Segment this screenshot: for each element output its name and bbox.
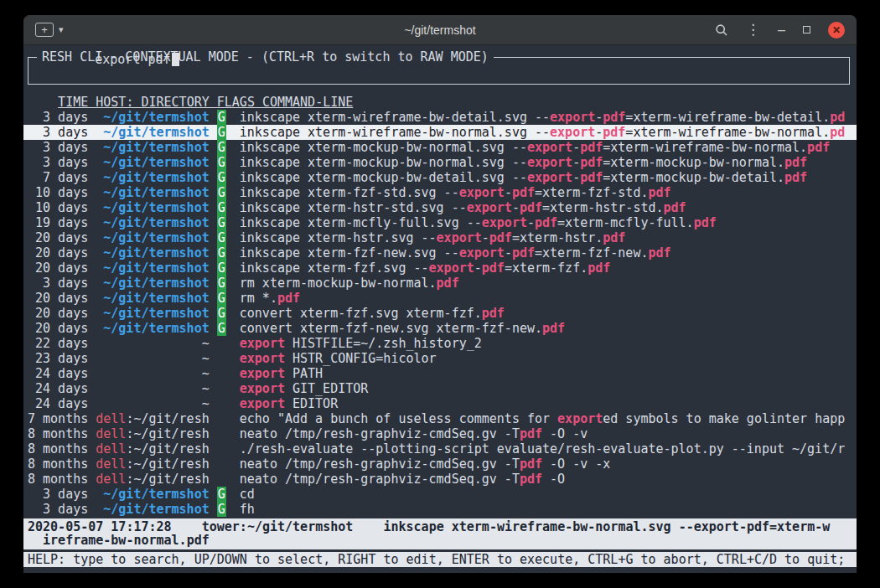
- match-highlight: pdf: [603, 125, 625, 140]
- close-button[interactable]: ✕: [828, 22, 845, 39]
- history-row[interactable]: 20 days~/git/termshotGconvert xterm-fzf-…: [23, 321, 857, 336]
- git-flag: G: [217, 170, 226, 185]
- row-flags: G: [217, 245, 232, 260]
- match-highlight: export: [240, 351, 285, 366]
- match-highlight: pdf: [482, 306, 505, 321]
- row-command: inkscape xterm-mockup-bw-normal.svg --ex…: [240, 155, 850, 170]
- row-flags: G: [217, 200, 232, 215]
- history-row[interactable]: 24 days~export EDITOR: [23, 396, 857, 411]
- history-row[interactable]: 7 days~/git/termshotGinkscape xterm-mock…: [23, 170, 857, 185]
- row-time: 20 days: [28, 245, 88, 260]
- history-row[interactable]: 20 days~/git/termshotGinkscape xterm-fzf…: [23, 260, 857, 276]
- history-row[interactable]: 23 days~export HSTR_CONFIG=hicolor: [23, 351, 857, 366]
- history-row[interactable]: 3 days~/git/termshotGinkscape xterm-mock…: [23, 155, 857, 170]
- match-highlight: pdf: [512, 245, 535, 260]
- history-row[interactable]: 3 days~/git/termshotGinkscape xterm-mock…: [23, 140, 857, 155]
- row-host: ~/git/termshot: [96, 200, 209, 215]
- host-directory: ~: [202, 336, 210, 351]
- git-flag: G: [217, 185, 226, 200]
- history-row[interactable]: 8 monthsdell:~/git/reshneato /tmp/resh-g…: [23, 456, 857, 472]
- host-directory: ~/git/termshot: [103, 487, 209, 502]
- row-command: export HSTR_CONFIG=hicolor: [240, 351, 850, 366]
- history-row[interactable]: 3 days~/git/termshotGinkscape xterm-wire…: [23, 110, 857, 125]
- history-row[interactable]: 8 monthsdell:~/git/reshneato /tmp/resh-g…: [23, 426, 857, 441]
- search-box[interactable]: RESH CLI - CONTEXTUAL MODE - (CTRL+R to …: [28, 57, 850, 85]
- history-row[interactable]: 7 monthsdell:~/git/reshecho "Add a bunch…: [23, 411, 857, 426]
- row-time: 23 days: [28, 351, 88, 366]
- row-host: ~/git/termshot: [96, 110, 209, 125]
- history-row[interactable]: 22 days~export HISTFILE=~/.zsh_history_2: [23, 336, 857, 351]
- history-row[interactable]: 8 monthsdell:~/git/resh./resh-evaluate -…: [23, 441, 857, 456]
- row-host: dell:~/git/resh: [96, 426, 209, 441]
- host-directory: ~/git/termshot: [103, 200, 209, 215]
- history-row[interactable]: 20 days~/git/termshotGinkscape xterm-fzf…: [23, 245, 857, 260]
- match-highlight: pd: [830, 110, 845, 125]
- host-directory: ~/git/termshot: [103, 140, 209, 155]
- history-row[interactable]: 3 days~/git/termshotGinkscape xterm-wire…: [23, 125, 857, 140]
- row-time: 8 months: [28, 441, 88, 456]
- host-directory: ~: [202, 381, 210, 396]
- history-row[interactable]: 20 days~/git/termshotGinkscape xterm-hst…: [23, 230, 857, 245]
- restore-button[interactable]: [803, 26, 810, 34]
- row-host: ~: [96, 351, 209, 366]
- terminal-window: + ▾ ~/git/termshot ⋮ –: [23, 15, 857, 573]
- row-host: ~/git/termshot: [96, 170, 209, 185]
- row-flags: G: [217, 230, 232, 245]
- history-row[interactable]: 10 days~/git/termshotGinkscape xterm-hst…: [23, 200, 857, 215]
- history-row[interactable]: 8 monthsdell:~/git/reshneato /tmp/resh-g…: [23, 472, 857, 487]
- history-row[interactable]: 20 days~/git/termshotGconvert xterm-fzf.…: [23, 306, 857, 321]
- row-flags: G: [217, 185, 232, 200]
- row-time: 7 days: [28, 170, 88, 185]
- row-command: convert xterm-fzf.svg xterm-fzf.pdf: [240, 306, 850, 321]
- match-highlight: export: [240, 366, 285, 381]
- tab-dropdown-button[interactable]: ▾: [59, 24, 64, 35]
- history-row[interactable]: 10 days~/git/termshotGinkscape xterm-fzf…: [23, 185, 857, 200]
- git-flag: G: [217, 306, 226, 321]
- row-command: inkscape xterm-fzf-new.svg --export-pdf=…: [240, 245, 850, 260]
- git-flag: G: [217, 276, 226, 291]
- row-command: inkscape xterm-mockup-bw-normal.svg --ex…: [240, 140, 850, 155]
- row-host: ~/git/termshot: [96, 215, 209, 230]
- match-highlight: pdf: [489, 230, 512, 245]
- history-row[interactable]: 20 days~/git/termshotGrm *.pdf: [23, 291, 857, 306]
- history-row[interactable]: 3 days~/git/termshotGfh: [23, 502, 857, 517]
- row-time: 24 days: [28, 366, 88, 381]
- row-time: 19 days: [28, 215, 88, 230]
- search-input[interactable]: export pdf: [34, 46, 179, 82]
- history-row[interactable]: 3 days~/git/termshotGrm xterm-mockup-bw-…: [23, 276, 857, 291]
- row-time: 10 days: [28, 185, 88, 200]
- row-host: ~/git/termshot: [96, 245, 209, 260]
- row-flags: [217, 426, 232, 441]
- history-row[interactable]: 24 days~export GIT_EDITOR: [23, 381, 857, 396]
- match-highlight: pdf: [603, 110, 625, 125]
- history-row[interactable]: 19 days~/git/termshotGinkscape xterm-mcf…: [23, 215, 857, 230]
- row-flags: [217, 411, 232, 426]
- row-time: 8 months: [28, 426, 88, 441]
- row-time: 8 months: [28, 472, 88, 487]
- row-host: ~/git/termshot: [96, 487, 209, 502]
- menu-button[interactable]: ⋮: [746, 23, 760, 37]
- host-directory: ~/git/termshot: [103, 260, 209, 276]
- match-highlight: export: [429, 260, 474, 276]
- remote-host-name: dell: [96, 411, 126, 426]
- row-command: inkscape xterm-hstr.svg --export-pdf=xte…: [240, 230, 850, 245]
- row-command: inkscape xterm-fzf-std.svg --export-pdf=…: [240, 185, 850, 200]
- match-highlight: export: [550, 110, 595, 125]
- remote-host-name: dell: [96, 456, 126, 472]
- new-tab-button[interactable]: +: [35, 23, 54, 37]
- history-list: 3 days~/git/termshotGinkscape xterm-wire…: [23, 110, 857, 517]
- host-directory: ~/git/termshot: [103, 306, 209, 321]
- row-host: ~/git/termshot: [96, 306, 209, 321]
- host-directory: ~/git/termshot: [103, 276, 209, 291]
- row-time: 3 days: [28, 276, 88, 291]
- search-icon: [715, 23, 728, 37]
- history-row[interactable]: 3 days~/git/termshotGcd: [23, 487, 857, 502]
- row-command: export HISTFILE=~/.zsh_history_2: [240, 336, 850, 351]
- row-flags: G: [217, 321, 232, 336]
- search-button[interactable]: [715, 23, 728, 37]
- history-row[interactable]: 24 days~export PATH: [23, 366, 857, 381]
- minimize-button[interactable]: –: [778, 23, 785, 37]
- row-time: 24 days: [28, 381, 88, 396]
- row-command: inkscape xterm-mcfly-full.svg --export-p…: [240, 215, 850, 230]
- titlebar[interactable]: + ▾ ~/git/termshot ⋮ –: [23, 15, 857, 45]
